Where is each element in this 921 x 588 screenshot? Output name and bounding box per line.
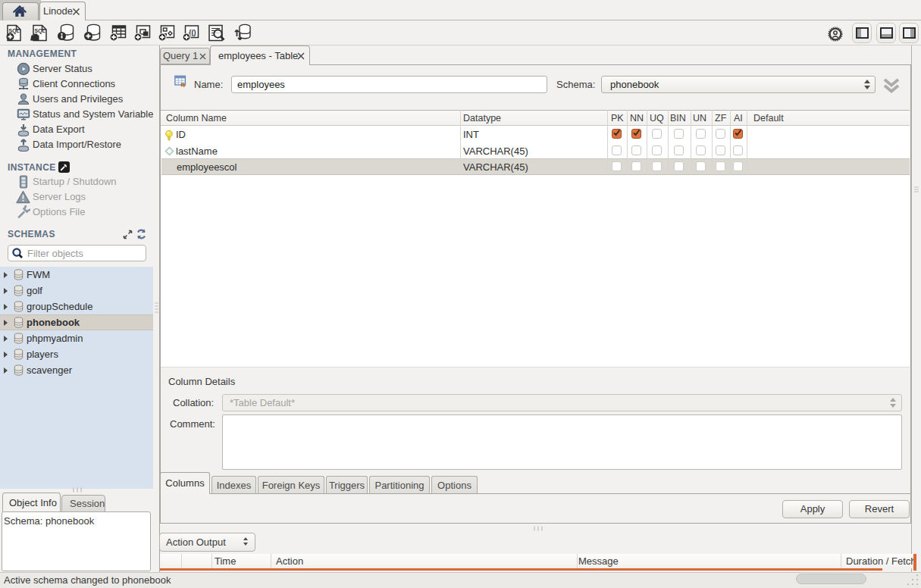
svg-text:SQL: SQL [35, 28, 46, 34]
svg-text:SQL: SQL [9, 28, 20, 34]
